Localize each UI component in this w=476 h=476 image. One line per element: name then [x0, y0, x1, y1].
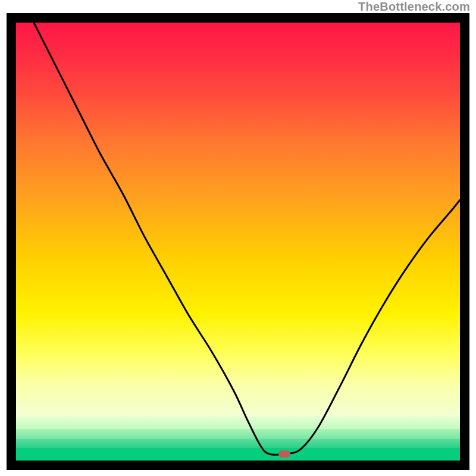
chart-curve-svg — [16, 23, 460, 461]
chart-marker — [278, 450, 290, 458]
chart-plot-area — [16, 23, 460, 461]
chart-frame — [7, 13, 469, 470]
watermark-text: TheBottleneck.com — [358, 0, 470, 14]
bottleneck-curve — [34, 23, 460, 455]
